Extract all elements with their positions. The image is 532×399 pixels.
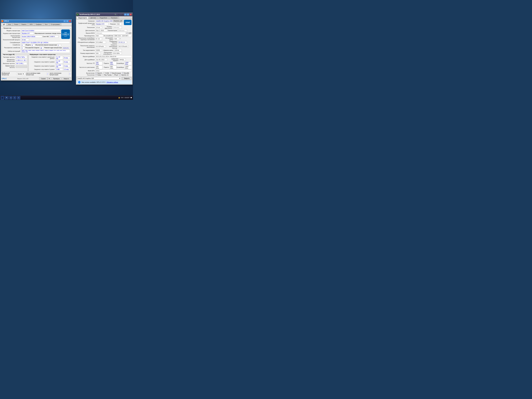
cpuz-close-btn[interactable]: Закрыть — [62, 77, 71, 80]
unified-row: Объединённые шейдеры 24 Unified Поддержк… — [77, 41, 132, 44]
gpuz-tab-check[interactable]: Проверка — [109, 17, 119, 19]
gpuz-revision-label: Ревизия — [109, 23, 116, 25]
cpuz-tab-memory[interactable]: Память — [20, 23, 28, 26]
update-link[interactable]: Обновить сейчас — [107, 81, 118, 83]
cpuz-close-btn[interactable]: ✕ — [69, 20, 71, 22]
gpuz-tab-videocard[interactable]: Видеокарта — [77, 17, 89, 19]
cpuz-title: CPU-Z — [4, 20, 9, 22]
tech-value: 14 нм — [21, 38, 29, 41]
package-row: Корпусировка процессора Socket 1356 FCBG… — [3, 35, 70, 38]
gpuz-memclock-label: Памяти — [102, 63, 110, 64]
cpuz-minimize-btn[interactable]: ─ — [63, 20, 66, 22]
uefi-checkbox[interactable] — [127, 32, 128, 34]
multiplier-label: Множитель процессора — [2, 59, 16, 62]
gpuz-menu-icon[interactable]: ≡ — [121, 13, 124, 16]
gpuz-tab-advanced[interactable]: Подробнее — [98, 17, 109, 19]
l3-value: 3 МБ — [56, 68, 63, 71]
directcompute-label: DirectCompute — [112, 72, 121, 74]
gpuz-device-id-label: ID устройства — [103, 35, 114, 37]
gpuz-refresh-icon[interactable]: ↻ — [118, 13, 120, 16]
l2-label: Сведения о кэш-памяти 2 уровня — [29, 65, 56, 67]
gpu-intel-logo: intel — [124, 20, 132, 25]
socket-value: Socket — [18, 73, 22, 75]
spec-value: Intel® Core™ i5-6300U CPU @ 2.40GHz — [21, 41, 70, 44]
vulkan-item: Vulkan — [95, 74, 101, 76]
cpuz-tab-about[interactable]: О программе — [50, 23, 61, 26]
multiplier-row: Множитель процессора x 28.0 ( 4 - 30 ) — [2, 59, 27, 62]
taskbar-search[interactable]: 🔍 — [5, 96, 9, 100]
gpuz-texfill-value: 16.0 GTexel/s — [118, 45, 128, 48]
gpuz-minimize-btn[interactable]: ─ — [124, 13, 127, 16]
cpuz-service-btn[interactable]: Сервис — [39, 77, 48, 80]
multiplier-value: x 28.0 ( 4 - 30 ) — [16, 59, 27, 62]
codename-value: Skylake-U/Y — [21, 32, 34, 35]
cpuz-app-icon: C — [1, 20, 3, 22]
directml-checkbox[interactable] — [122, 72, 124, 74]
question-icon[interactable]: ? — [120, 38, 121, 40]
gpuz-bios-value: Unknown — [95, 32, 126, 34]
cpuz-check-btn[interactable]: Проверка — [51, 77, 61, 80]
gpuz-visit-btn[interactable]: Посетить сайт — [113, 20, 123, 22]
opengl-item: OpenGL 4.6 — [119, 74, 128, 76]
socket-selector[interactable]: Socket ▼ — [16, 73, 25, 75]
gpuz-close-btn[interactable]: ✕ — [129, 13, 132, 16]
directcompute-item: DirectCompute — [110, 72, 121, 74]
cores-label: число активных ядер процессора — [26, 72, 46, 76]
cpuz-tab-spd[interactable]: SPD — [28, 23, 34, 26]
l2-value: 2 x 256 KB — [56, 64, 63, 68]
cpuz-tab-graphics[interactable]: Графика — [34, 23, 43, 26]
gpuz-bus-label: Интерфейс шины — [102, 37, 114, 40]
opengl-checkbox[interactable] — [119, 74, 121, 76]
gpuz-main-content: intel Название Intel(R) HD Graphics 520 … — [76, 19, 132, 77]
directcompute-checkbox[interactable] — [110, 72, 112, 74]
cache-box: Информация о кэш-памяти процессора Сведе… — [28, 55, 71, 71]
socket-dropdown-icon: ▼ — [23, 73, 24, 75]
gpuz-die-value: Unknown — [113, 26, 122, 29]
gpuz-bandwidth-label: Пропускная способность — [101, 52, 113, 55]
gpuz-tab-sensors[interactable]: Датчики — [89, 17, 98, 19]
gpuz-update-bar: i New version available: GPU-Z 2.57.0 Об… — [77, 80, 132, 84]
cpuz-maximize-btn[interactable]: □ — [66, 20, 69, 22]
gpuz-bus-value: N/A — [114, 38, 119, 40]
tech-row: Технологический процесс 14 нм — [3, 38, 70, 41]
cpuz-tab-cpu[interactable]: ЦП — [1, 23, 6, 26]
cache-rows: Сведения о кэш-памяти 1 уровня для данны… — [29, 56, 70, 71]
cpuz-service-arrow[interactable]: ▼ — [48, 77, 51, 80]
gpuz-camera-icon[interactable]: 📷 — [114, 13, 117, 16]
physx-checkbox[interactable] — [113, 74, 114, 76]
cpuz-tab-bench[interactable]: Тест — [43, 23, 49, 26]
gpuz-close-main-btn[interactable]: Закрыть — [122, 77, 132, 80]
gpuz-def-shader-val: 1000 MHz — [125, 65, 132, 69]
spec-row: Спецификация Intel® Core™ i5-6300U CPU @… — [3, 41, 70, 44]
gpuz-memclock-val: 800 MHz — [110, 62, 117, 65]
gpuz-unified-value: 24 Unified — [95, 41, 106, 43]
taskbar-gpuz-btn[interactable]: G — [17, 96, 20, 100]
opencl-checkbox[interactable] — [95, 72, 97, 74]
corevid-value: 0.909 V — [49, 35, 58, 38]
taskbar-cpuz-btn[interactable]: C — [13, 96, 16, 100]
cpuz-titlebar[interactable]: C CPU-Z ─ □ ✕ — [1, 19, 72, 23]
vulkan-checkbox[interactable] — [95, 74, 97, 76]
vramsize-row: Размер видеопамяти N/A Пропускная способ… — [77, 52, 132, 55]
l1i-label: Сведения о кэш-памяти 1 уровня — [29, 61, 56, 63]
model-row: Модель процессора Intel Core i5 6300U — [3, 29, 70, 32]
driver-row: Версия драйвера 30.0.101.3111 DCH / Win1… — [77, 55, 132, 58]
l1d-value: 2 x 32 KB — [56, 56, 63, 60]
codename-label: Кодовое имя процессора — [3, 33, 21, 34]
cpuz-service-dropdown[interactable]: Сервис ▼ — [39, 77, 51, 80]
cpuz-tab-board[interactable]: Плата — [13, 23, 20, 26]
gpuclock-row: Частота: ГП 300 MHz Памяти 800 MHz Конве… — [77, 62, 132, 65]
gpuz-maximize-btn[interactable]: □ — [127, 13, 129, 16]
taskbar-notification-area[interactable]: 💬 — [130, 97, 132, 98]
gpuz-titlebar[interactable]: G TechPowerUp GPU-Z 2.26.0 📷 ↻ ≡ ─ □ ✕ — [76, 13, 132, 16]
cpuz-tab-cache[interactable]: Кэш — [7, 23, 13, 26]
gpuz-driverdate-value: Jun 09, 2022 — [95, 58, 107, 61]
taskbar-left: ⊞ 🔍 ⧉ C G — [0, 96, 20, 100]
taskbar-notification-icon[interactable]: 🔔 — [118, 97, 120, 98]
start-button[interactable]: ⊞ — [0, 96, 4, 100]
gpuz-selector[interactable]: Intel(R) HD Graphics 520 ▼ — [77, 77, 121, 80]
cuda-checkbox[interactable] — [103, 72, 105, 74]
taskbar-task-view[interactable]: ⧉ — [9, 96, 13, 100]
gpuz-release-value: Sep 1, 2015 — [95, 29, 107, 32]
raytracing-checkbox[interactable] — [102, 74, 104, 76]
